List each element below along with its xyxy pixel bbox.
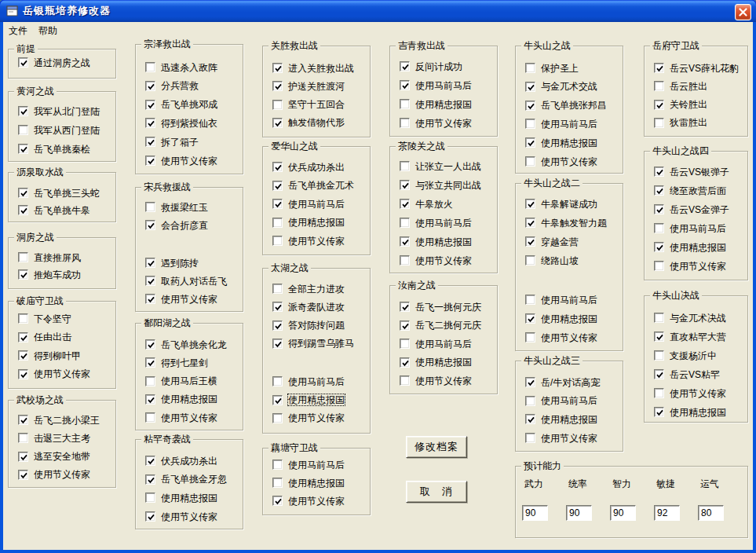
checkbox-checked-icon[interactable] xyxy=(145,156,155,166)
checkbox-row[interactable]: 岳飞单挑金牙忽 xyxy=(145,473,227,486)
checkbox-row[interactable]: 使用精忠报国 xyxy=(145,393,217,406)
checkbox-checked-icon[interactable] xyxy=(145,456,155,466)
checkbox-unchecked-icon[interactable] xyxy=(400,161,410,171)
checkbox-row[interactable]: 护送关胜渡河 xyxy=(272,79,345,93)
checkbox-row[interactable]: 使用马前马后 xyxy=(272,197,345,211)
checkbox-unchecked-icon[interactable] xyxy=(272,376,283,386)
checkbox-checked-icon[interactable] xyxy=(18,144,28,154)
checkbox-row[interactable]: 推炮车成功 xyxy=(18,268,81,281)
checkbox-checked-icon[interactable] xyxy=(145,511,155,522)
checkbox-unchecked-icon[interactable] xyxy=(272,218,283,228)
stat-value-input[interactable] xyxy=(698,505,724,521)
checkbox-unchecked-icon[interactable] xyxy=(525,255,535,266)
checkbox-row[interactable]: 绕路山坡 xyxy=(525,254,579,267)
checkbox-row[interactable]: 使用节义传家 xyxy=(272,412,345,425)
checkbox-checked-icon[interactable] xyxy=(18,369,28,379)
checkbox-checked-icon[interactable] xyxy=(400,180,410,190)
checkbox-row[interactable]: 使用精忠报国 xyxy=(145,491,217,504)
checkbox-checked-icon[interactable] xyxy=(145,220,155,230)
checkbox-row[interactable]: 使用节义传家 xyxy=(654,386,726,400)
stat-value-input[interactable] xyxy=(566,505,592,521)
checkbox-unchecked-icon[interactable] xyxy=(525,63,535,73)
checkbox-row[interactable]: 使用节义传家 xyxy=(654,259,726,273)
checkbox-unchecked-icon[interactable] xyxy=(145,412,155,423)
checkbox-row[interactable]: 岳飞单挑余化龙 xyxy=(145,338,227,351)
checkbox-checked-icon[interactable] xyxy=(654,369,664,379)
checkbox-checked-icon[interactable] xyxy=(525,199,535,209)
checkbox-row[interactable]: 坚守十五回合 xyxy=(272,98,345,112)
checkbox-row[interactable]: 我军从西门登陆 xyxy=(18,123,100,137)
checkbox-unchecked-icon[interactable] xyxy=(400,255,410,266)
checkbox-unchecked-icon[interactable] xyxy=(400,339,410,349)
checkbox-checked-icon[interactable] xyxy=(525,101,535,111)
checkbox-checked-icon[interactable] xyxy=(400,199,410,209)
checkbox-row[interactable]: 得到七星剑 xyxy=(145,356,208,369)
checkbox-unchecked-icon[interactable] xyxy=(654,388,664,398)
checkbox-checked-icon[interactable] xyxy=(654,204,664,214)
checkbox-row[interactable]: 与金兀术决战 xyxy=(654,311,726,324)
checkbox-unchecked-icon[interactable] xyxy=(272,236,283,246)
checkbox-checked-icon[interactable] xyxy=(525,414,535,424)
checkbox-row[interactable]: 使用精忠报国 xyxy=(272,476,345,489)
checkbox-checked-icon[interactable] xyxy=(272,199,283,209)
checkbox-row[interactable]: 岳飞单挑牛皋 xyxy=(18,203,90,217)
checkbox-row[interactable]: 使用节义传家 xyxy=(18,368,90,381)
checkbox-checked-icon[interactable] xyxy=(272,81,283,91)
checkbox-unchecked-icon[interactable] xyxy=(654,223,664,233)
checkbox-row[interactable]: 会合折彦直 xyxy=(145,218,208,232)
checkbox-row[interactable]: 取药人对话岳飞 xyxy=(145,274,227,287)
checkbox-checked-icon[interactable] xyxy=(654,100,664,110)
checkbox-row[interactable]: 使用节义传家 xyxy=(145,292,217,306)
stat-value-input[interactable] xyxy=(654,505,680,521)
checkbox-checked-icon[interactable] xyxy=(145,294,155,304)
checkbox-row[interactable]: 救援梁红玉 xyxy=(145,200,208,214)
checkbox-checked-icon[interactable] xyxy=(400,357,410,368)
checkbox-row[interactable]: 岳飞二挑小梁王 xyxy=(18,413,100,427)
checkbox-checked-icon[interactable] xyxy=(525,236,535,247)
checkbox-unchecked-icon[interactable] xyxy=(525,295,535,305)
checkbox-checked-icon[interactable] xyxy=(654,242,664,252)
checkbox-checked-icon[interactable] xyxy=(654,167,664,177)
checkbox-row[interactable]: 支援杨沂中 xyxy=(654,349,717,362)
checkbox-checked-icon[interactable] xyxy=(18,415,28,425)
checkbox-unchecked-icon[interactable] xyxy=(654,81,664,91)
checkbox-row[interactable]: 触发借物代形 xyxy=(272,116,345,130)
close-button[interactable] xyxy=(735,4,751,20)
checkbox-row[interactable]: 通过洞房之战 xyxy=(18,56,90,69)
checkbox-unchecked-icon[interactable] xyxy=(400,375,410,386)
checkbox-unchecked-icon[interactable] xyxy=(272,478,283,488)
checkbox-row[interactable]: 使用节义传家 xyxy=(145,154,217,167)
checkbox-checked-icon[interactable] xyxy=(654,185,664,196)
checkbox-row[interactable]: 让张立一人出战 xyxy=(400,159,481,173)
checkbox-row[interactable]: 使用节义传家 xyxy=(525,155,597,168)
checkbox-unchecked-icon[interactable] xyxy=(145,62,155,72)
checkbox-checked-icon[interactable] xyxy=(654,407,664,417)
checkbox-checked-icon[interactable] xyxy=(272,496,283,506)
checkbox-row[interactable]: 使用马前马后 xyxy=(525,293,597,306)
checkbox-row[interactable]: 全部主力进攻 xyxy=(272,282,345,295)
checkbox-checked-icon[interactable] xyxy=(18,332,28,342)
checkbox-row[interactable]: 保护圣上 xyxy=(525,61,579,75)
checkbox-checked-icon[interactable] xyxy=(145,258,155,268)
checkbox-row[interactable]: 使用节义传家 xyxy=(145,510,217,523)
checkbox-row[interactable]: 任由出击 xyxy=(18,331,71,344)
checkbox-row[interactable]: 逃至安全地带 xyxy=(18,450,90,463)
checkbox-checked-icon[interactable] xyxy=(525,218,535,228)
checkbox-checked-icon[interactable] xyxy=(525,82,535,92)
checkbox-checked-icon[interactable] xyxy=(145,394,155,405)
checkbox-checked-icon[interactable] xyxy=(272,302,283,312)
checkbox-checked-icon[interactable] xyxy=(18,452,28,462)
checkbox-row[interactable]: 使用精忠报国 xyxy=(525,136,597,149)
checkbox-checked-icon[interactable] xyxy=(272,63,283,73)
checkbox-row[interactable]: 使用精忠报国 xyxy=(654,240,726,254)
checkbox-row[interactable]: 使用节义传家 xyxy=(400,254,472,267)
checkbox-checked-icon[interactable] xyxy=(145,100,155,110)
checkbox-unchecked-icon[interactable] xyxy=(654,118,664,128)
checkbox-row[interactable]: 使用马后王横 xyxy=(145,375,217,388)
checkbox-row[interactable]: 使用马前马后 xyxy=(525,394,597,408)
checkbox-unchecked-icon[interactable] xyxy=(272,284,283,294)
checkbox-checked-icon[interactable] xyxy=(145,276,155,286)
checkbox-unchecked-icon[interactable] xyxy=(272,413,283,423)
checkbox-unchecked-icon[interactable] xyxy=(18,313,28,324)
checkbox-row[interactable]: 使用节义传家 xyxy=(525,331,597,344)
